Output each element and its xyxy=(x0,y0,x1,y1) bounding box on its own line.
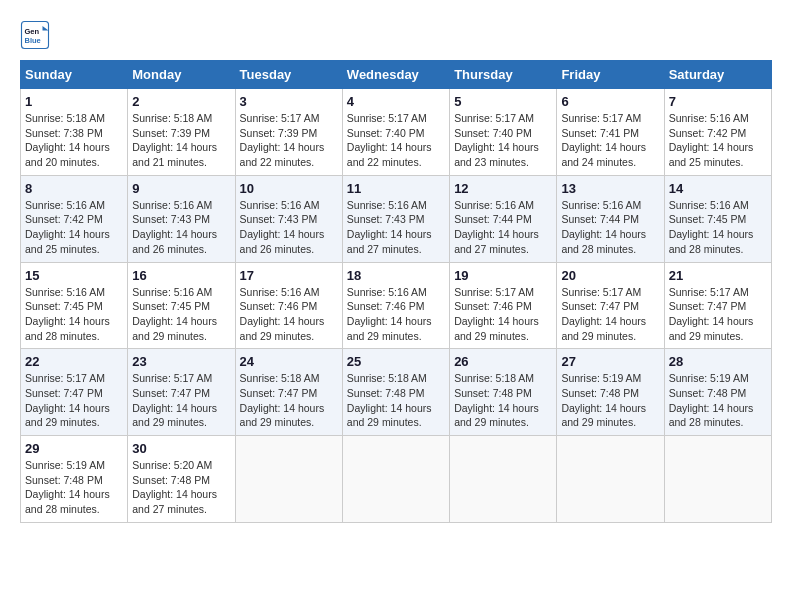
day-number: 11 xyxy=(347,181,445,196)
calendar-cell: 14Sunrise: 5:16 AMSunset: 7:45 PMDayligh… xyxy=(664,175,771,262)
calendar-cell xyxy=(557,436,664,523)
day-number: 25 xyxy=(347,354,445,369)
calendar-cell: 13Sunrise: 5:16 AMSunset: 7:44 PMDayligh… xyxy=(557,175,664,262)
day-detail: Sunrise: 5:20 AMSunset: 7:48 PMDaylight:… xyxy=(132,459,217,515)
day-detail: Sunrise: 5:17 AMSunset: 7:46 PMDaylight:… xyxy=(454,286,539,342)
day-number: 12 xyxy=(454,181,552,196)
day-detail: Sunrise: 5:16 AMSunset: 7:43 PMDaylight:… xyxy=(132,199,217,255)
calendar-cell: 21Sunrise: 5:17 AMSunset: 7:47 PMDayligh… xyxy=(664,262,771,349)
day-detail: Sunrise: 5:17 AMSunset: 7:47 PMDaylight:… xyxy=(561,286,646,342)
day-number: 3 xyxy=(240,94,338,109)
calendar-cell: 26Sunrise: 5:18 AMSunset: 7:48 PMDayligh… xyxy=(450,349,557,436)
calendar-cell: 30Sunrise: 5:20 AMSunset: 7:48 PMDayligh… xyxy=(128,436,235,523)
day-detail: Sunrise: 5:16 AMSunset: 7:42 PMDaylight:… xyxy=(669,112,754,168)
day-number: 6 xyxy=(561,94,659,109)
day-number: 2 xyxy=(132,94,230,109)
day-detail: Sunrise: 5:19 AMSunset: 7:48 PMDaylight:… xyxy=(25,459,110,515)
day-detail: Sunrise: 5:16 AMSunset: 7:45 PMDaylight:… xyxy=(25,286,110,342)
calendar-cell: 20Sunrise: 5:17 AMSunset: 7:47 PMDayligh… xyxy=(557,262,664,349)
calendar-cell: 29Sunrise: 5:19 AMSunset: 7:48 PMDayligh… xyxy=(21,436,128,523)
day-number: 26 xyxy=(454,354,552,369)
calendar-week-1: 1Sunrise: 5:18 AMSunset: 7:38 PMDaylight… xyxy=(21,89,772,176)
day-number: 30 xyxy=(132,441,230,456)
calendar-cell: 1Sunrise: 5:18 AMSunset: 7:38 PMDaylight… xyxy=(21,89,128,176)
calendar-table: SundayMondayTuesdayWednesdayThursdayFrid… xyxy=(20,60,772,523)
calendar-cell: 9Sunrise: 5:16 AMSunset: 7:43 PMDaylight… xyxy=(128,175,235,262)
day-detail: Sunrise: 5:18 AMSunset: 7:38 PMDaylight:… xyxy=(25,112,110,168)
day-number: 15 xyxy=(25,268,123,283)
calendar-week-2: 8Sunrise: 5:16 AMSunset: 7:42 PMDaylight… xyxy=(21,175,772,262)
header: Gen Blue xyxy=(20,20,772,50)
calendar-cell: 28Sunrise: 5:19 AMSunset: 7:48 PMDayligh… xyxy=(664,349,771,436)
header-wednesday: Wednesday xyxy=(342,61,449,89)
day-number: 23 xyxy=(132,354,230,369)
header-saturday: Saturday xyxy=(664,61,771,89)
calendar-cell: 15Sunrise: 5:16 AMSunset: 7:45 PMDayligh… xyxy=(21,262,128,349)
day-number: 14 xyxy=(669,181,767,196)
day-detail: Sunrise: 5:16 AMSunset: 7:43 PMDaylight:… xyxy=(347,199,432,255)
calendar-cell: 17Sunrise: 5:16 AMSunset: 7:46 PMDayligh… xyxy=(235,262,342,349)
calendar-cell xyxy=(342,436,449,523)
calendar-cell: 4Sunrise: 5:17 AMSunset: 7:40 PMDaylight… xyxy=(342,89,449,176)
calendar-cell: 23Sunrise: 5:17 AMSunset: 7:47 PMDayligh… xyxy=(128,349,235,436)
day-number: 20 xyxy=(561,268,659,283)
calendar-cell: 6Sunrise: 5:17 AMSunset: 7:41 PMDaylight… xyxy=(557,89,664,176)
day-number: 4 xyxy=(347,94,445,109)
page-wrapper: Gen Blue SundayMondayTuesdayWednesdayThu… xyxy=(20,20,772,523)
day-detail: Sunrise: 5:18 AMSunset: 7:47 PMDaylight:… xyxy=(240,372,325,428)
day-detail: Sunrise: 5:16 AMSunset: 7:46 PMDaylight:… xyxy=(347,286,432,342)
day-number: 27 xyxy=(561,354,659,369)
day-detail: Sunrise: 5:16 AMSunset: 7:46 PMDaylight:… xyxy=(240,286,325,342)
day-number: 9 xyxy=(132,181,230,196)
day-number: 8 xyxy=(25,181,123,196)
day-detail: Sunrise: 5:17 AMSunset: 7:47 PMDaylight:… xyxy=(25,372,110,428)
day-detail: Sunrise: 5:19 AMSunset: 7:48 PMDaylight:… xyxy=(561,372,646,428)
day-detail: Sunrise: 5:16 AMSunset: 7:44 PMDaylight:… xyxy=(454,199,539,255)
calendar-header-row: SundayMondayTuesdayWednesdayThursdayFrid… xyxy=(21,61,772,89)
calendar-cell: 11Sunrise: 5:16 AMSunset: 7:43 PMDayligh… xyxy=(342,175,449,262)
day-number: 21 xyxy=(669,268,767,283)
day-detail: Sunrise: 5:17 AMSunset: 7:47 PMDaylight:… xyxy=(132,372,217,428)
calendar-cell: 16Sunrise: 5:16 AMSunset: 7:45 PMDayligh… xyxy=(128,262,235,349)
calendar-cell: 22Sunrise: 5:17 AMSunset: 7:47 PMDayligh… xyxy=(21,349,128,436)
day-number: 13 xyxy=(561,181,659,196)
day-number: 17 xyxy=(240,268,338,283)
calendar-cell: 7Sunrise: 5:16 AMSunset: 7:42 PMDaylight… xyxy=(664,89,771,176)
calendar-cell xyxy=(664,436,771,523)
day-number: 24 xyxy=(240,354,338,369)
calendar-week-3: 15Sunrise: 5:16 AMSunset: 7:45 PMDayligh… xyxy=(21,262,772,349)
header-monday: Monday xyxy=(128,61,235,89)
day-detail: Sunrise: 5:19 AMSunset: 7:48 PMDaylight:… xyxy=(669,372,754,428)
calendar-cell: 27Sunrise: 5:19 AMSunset: 7:48 PMDayligh… xyxy=(557,349,664,436)
calendar-cell: 10Sunrise: 5:16 AMSunset: 7:43 PMDayligh… xyxy=(235,175,342,262)
calendar-cell: 2Sunrise: 5:18 AMSunset: 7:39 PMDaylight… xyxy=(128,89,235,176)
calendar-week-4: 22Sunrise: 5:17 AMSunset: 7:47 PMDayligh… xyxy=(21,349,772,436)
day-number: 5 xyxy=(454,94,552,109)
svg-text:Gen: Gen xyxy=(25,27,40,36)
day-detail: Sunrise: 5:16 AMSunset: 7:43 PMDaylight:… xyxy=(240,199,325,255)
day-detail: Sunrise: 5:18 AMSunset: 7:39 PMDaylight:… xyxy=(132,112,217,168)
day-detail: Sunrise: 5:18 AMSunset: 7:48 PMDaylight:… xyxy=(347,372,432,428)
day-detail: Sunrise: 5:17 AMSunset: 7:40 PMDaylight:… xyxy=(454,112,539,168)
calendar-cell: 24Sunrise: 5:18 AMSunset: 7:47 PMDayligh… xyxy=(235,349,342,436)
day-number: 1 xyxy=(25,94,123,109)
calendar-cell: 5Sunrise: 5:17 AMSunset: 7:40 PMDaylight… xyxy=(450,89,557,176)
calendar-cell xyxy=(235,436,342,523)
day-number: 18 xyxy=(347,268,445,283)
day-detail: Sunrise: 5:16 AMSunset: 7:45 PMDaylight:… xyxy=(669,199,754,255)
header-sunday: Sunday xyxy=(21,61,128,89)
day-number: 19 xyxy=(454,268,552,283)
day-detail: Sunrise: 5:16 AMSunset: 7:42 PMDaylight:… xyxy=(25,199,110,255)
calendar-cell: 25Sunrise: 5:18 AMSunset: 7:48 PMDayligh… xyxy=(342,349,449,436)
calendar-week-5: 29Sunrise: 5:19 AMSunset: 7:48 PMDayligh… xyxy=(21,436,772,523)
day-detail: Sunrise: 5:17 AMSunset: 7:39 PMDaylight:… xyxy=(240,112,325,168)
day-number: 28 xyxy=(669,354,767,369)
day-detail: Sunrise: 5:17 AMSunset: 7:41 PMDaylight:… xyxy=(561,112,646,168)
calendar-cell: 18Sunrise: 5:16 AMSunset: 7:46 PMDayligh… xyxy=(342,262,449,349)
day-detail: Sunrise: 5:17 AMSunset: 7:47 PMDaylight:… xyxy=(669,286,754,342)
day-number: 7 xyxy=(669,94,767,109)
day-number: 22 xyxy=(25,354,123,369)
calendar-cell: 8Sunrise: 5:16 AMSunset: 7:42 PMDaylight… xyxy=(21,175,128,262)
day-detail: Sunrise: 5:17 AMSunset: 7:40 PMDaylight:… xyxy=(347,112,432,168)
day-number: 16 xyxy=(132,268,230,283)
